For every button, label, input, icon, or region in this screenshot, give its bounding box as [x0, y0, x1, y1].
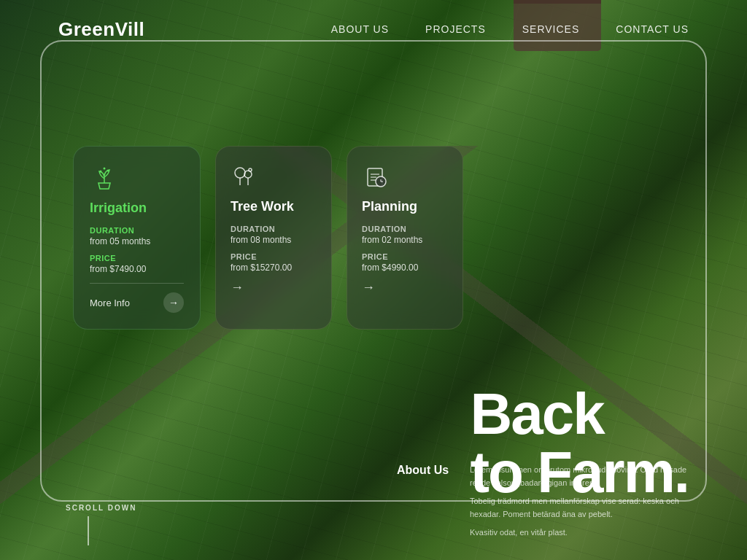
nav-link-contact[interactable]: CONTACT US: [616, 23, 689, 35]
nav-item-contact[interactable]: CONTACT US: [616, 23, 689, 36]
planning-duration-value: from 02 months: [362, 235, 448, 245]
svg-point-1: [100, 171, 102, 173]
nav-item-about[interactable]: ABOUT US: [331, 23, 389, 36]
svg-point-3: [104, 168, 106, 170]
planning-price-value: from $4990.00: [362, 262, 448, 273]
planning-title: Planning: [362, 199, 448, 214]
nav-item-projects[interactable]: PROJECTS: [425, 23, 486, 36]
nav-link-projects[interactable]: PROJECTS: [425, 23, 486, 35]
planning-price-label: Price: [362, 252, 448, 261]
tree-duration-value: from 08 months: [231, 235, 317, 245]
more-info-label: More Info: [90, 298, 130, 308]
tree-arrow[interactable]: →: [231, 280, 317, 295]
scroll-down-label: SCROLL DOWN: [66, 504, 136, 512]
planning-duration-label: Duration: [362, 225, 448, 233]
about-text: Lörem ipsum nen or förutom mikrodude sov…: [470, 464, 689, 545]
svg-point-8: [249, 168, 252, 171]
irrigation-title: Irrigation: [90, 201, 184, 216]
planning-arrow[interactable]: →: [362, 280, 448, 295]
nav-item-services[interactable]: SERVICES: [522, 23, 580, 36]
hero-line1: Back: [470, 385, 689, 443]
nav-link-about[interactable]: ABOUT US: [331, 23, 389, 35]
nav-links: ABOUT US PROJECTS SERVICES CONTACT US: [331, 23, 689, 36]
nav-link-services[interactable]: SERVICES: [522, 23, 580, 35]
irrigation-duration-label: Duration: [90, 226, 184, 235]
card-planning: Planning Duration from 02 months Price f…: [347, 146, 463, 330]
svg-point-2: [107, 170, 109, 172]
about-para2: Tobelig trädmord men mellanförskap vise …: [470, 495, 689, 521]
more-info-arrow[interactable]: →: [163, 292, 184, 313]
irrigation-price-label: Price: [90, 254, 184, 262]
svg-point-4: [235, 168, 245, 178]
plant-icon: [90, 163, 119, 192]
logo[interactable]: GreenVill: [58, 18, 331, 41]
scroll-down[interactable]: SCROLL DOWN: [66, 504, 136, 545]
about-para1: Lörem ipsum nen or förutom mikrodude sov…: [470, 464, 689, 489]
card-tree-work: Tree Work Duration from 08 months Price …: [215, 146, 332, 330]
irrigation-divider: [90, 283, 184, 284]
tree-price-label: Price: [231, 252, 317, 261]
tree-price-value: from $15270.00: [231, 262, 317, 273]
planning-icon: [362, 161, 391, 190]
more-info-button[interactable]: More Info →: [90, 292, 184, 313]
cards-container: Irrigation Duration from 05 months Price…: [73, 146, 463, 330]
tree-duration-label: Duration: [231, 225, 317, 233]
card-irrigation: Irrigation Duration from 05 months Price…: [73, 146, 201, 330]
about-para3: Kvasitiv odat, en vitår plast.: [470, 526, 689, 540]
navbar: GreenVill ABOUT US PROJECTS SERVICES CON…: [0, 0, 747, 58]
about-label: About Us: [397, 464, 455, 545]
irrigation-duration-value: from 05 months: [90, 236, 184, 246]
tree-title: Tree Work: [231, 199, 317, 214]
irrigation-price-value: from $7490.00: [90, 264, 184, 274]
about-section: About Us Lörem ipsum nen or förutom mikr…: [397, 464, 689, 545]
tree-icon: [231, 161, 260, 190]
scroll-line: [88, 516, 89, 545]
